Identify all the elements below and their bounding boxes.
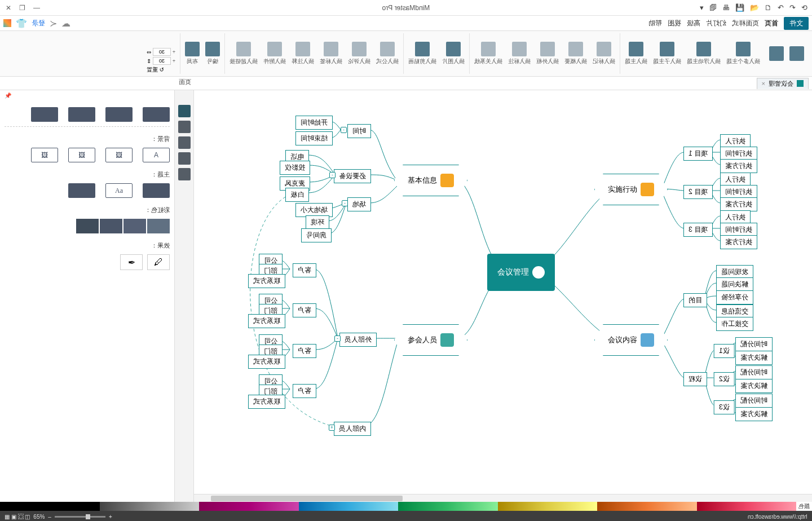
zoom-in[interactable]: + [109,514,112,520]
effect-brush-icon[interactable]: 🖊 [147,254,170,270]
qat-print-icon[interactable]: 🖶 [722,3,730,12]
node-root[interactable]: 会议管理 [487,254,555,291]
node-ext[interactable]: 外部人员 [339,333,377,347]
color-swatch[interactable] [597,502,697,511]
spacing-h-icon[interactable]: ⇔ [147,49,151,55]
leaf[interactable]: 解决方案 [735,407,773,421]
canvas[interactable]: 会议管理 基本信息 参会人员 实施行动 会议内容 时间 开始时间 结束时间 必要… [194,90,812,502]
leaf[interactable]: 开始时间 [295,116,333,130]
color-swatch[interactable] [100,219,122,233]
insert-float-topic[interactable]: 插入浮动主题 [687,42,721,65]
node-int[interactable]: 内部人员 [334,422,371,436]
leaf[interactable]: 环境 [306,215,329,229]
tab-view[interactable]: 视图 [668,19,681,28]
qat-redo-icon[interactable]: ↷ [789,3,796,12]
node-agenda-item[interactable]: 议3 [714,400,735,414]
node-project[interactable]: 项目 3 [683,223,713,237]
tab-advanced[interactable]: 高级 [687,19,700,28]
insert-comment[interactable]: 插入评论 [348,42,370,65]
calendar-tool-icon[interactable] [178,168,191,180]
node-people[interactable]: 参会人员 [394,324,467,356]
scrollbar-thumb[interactable] [211,496,403,501]
login-link[interactable]: 登录 [32,19,45,28]
tab-home[interactable]: 首页 [765,19,778,28]
bg-thumb[interactable]: 🖼 [68,148,95,162]
qat-export-icon[interactable]: 🗐 [709,3,717,12]
color-swatch[interactable] [0,502,100,511]
leaf[interactable]: 联系方式 [248,355,285,369]
node-guest[interactable]: 客户 [293,384,316,398]
color-swatch[interactable] [398,502,498,511]
window-minimize[interactable]: — [33,4,40,12]
theme-thumb[interactable] [68,183,95,198]
node-agenda[interactable]: 议程 [683,372,707,386]
leaf[interactable]: 执行方案 [720,159,757,173]
node-project[interactable]: 项目 1 [683,147,713,161]
collapse-toggle[interactable]: - [342,200,348,206]
bg-thumb[interactable]: A [143,148,170,162]
leaf[interactable]: 执行方案 [720,197,757,211]
node-guest[interactable]: 客户 [293,303,316,317]
node-basic[interactable]: 基本信息 [394,165,467,196]
insert-topic[interactable]: 插入主题 [625,42,647,65]
paste-icon[interactable] [789,46,804,61]
insert-formula[interactable]: 插入公式 [376,42,399,65]
tab-help[interactable]: 帮助 [648,19,662,28]
insert-subtopic[interactable]: 插入子主题 [653,42,681,65]
numbering-button[interactable]: 编号 [205,42,220,65]
color-swatch[interactable] [123,219,146,233]
insert-summary[interactable]: 插入概要 [564,42,587,65]
insert-boundary[interactable]: 插入外框 [536,42,559,65]
node-content[interactable]: 会议内容 [594,324,668,356]
close-tab-icon[interactable]: × [762,80,765,87]
color-swatch[interactable] [147,219,170,233]
spacing-h-input[interactable]: 30 [153,48,171,56]
node-equip[interactable]: 必要设备 [334,169,371,183]
leaf[interactable]: 联系方式 [248,314,285,328]
insert-note[interactable]: 插入注释 [292,42,314,65]
leaf[interactable]: 联系方式 [248,274,285,288]
horizontal-scrollbar[interactable] [194,494,812,502]
insert-hyperlink[interactable]: 插入超链接 [230,42,258,65]
share-icon[interactable]: ≻ [50,18,57,29]
view-icons[interactable]: ▦ ▣ ⿴ ◫ [5,514,30,520]
leaf[interactable]: 解决方案 [735,379,773,393]
shirt-icon[interactable]: 👕 [16,18,27,29]
layout-thumb[interactable] [143,107,170,122]
layout-thumb[interactable] [31,107,58,122]
leaf[interactable]: 解决问题 [716,277,753,292]
reset-button[interactable]: ↻ 重置 [147,66,164,74]
insert-image[interactable]: 插入图片 [442,42,465,65]
leaf[interactable]: 投影仪 [280,161,310,175]
theme-thumb[interactable]: Aa [105,183,133,198]
leaf[interactable]: 交接工作 [716,317,753,331]
format-painter-icon[interactable] [769,46,784,61]
theme-thumb[interactable] [143,183,170,198]
cloud-icon[interactable]: ☁ [61,18,70,29]
collapse-toggle[interactable]: - [341,127,347,133]
zoom-slider[interactable] [55,516,105,518]
color-swatch[interactable] [498,502,598,511]
bg-thumb[interactable]: 🖼 [105,148,133,162]
collapse-toggle[interactable]: - [329,172,336,178]
leaf[interactable]: 时间分配 [735,337,773,351]
spacing-v-input[interactable]: 30 [153,57,171,65]
brush-tool-icon[interactable] [178,105,191,117]
color-swatch[interactable] [299,502,399,511]
node-guest[interactable]: 客户 [293,263,316,277]
spacing-v-icon[interactable]: ⇕ [147,58,151,64]
leaf[interactable]: 解决方案 [735,351,773,365]
leaf[interactable]: 联系方式 [248,395,285,409]
document-tab[interactable]: × 会议管理 [757,78,809,89]
node-project[interactable]: 项目 2 [683,185,713,199]
insert-marker[interactable]: 插入标记 [593,42,615,65]
tab-pagestyle[interactable]: 页面样式 [732,19,759,28]
leaf[interactable]: 时间分配 [735,394,773,408]
collapse-toggle[interactable]: - [334,335,341,342]
node-guest[interactable]: 客户 [293,344,316,358]
node-goals[interactable]: 目的 [683,293,707,307]
effect-pen-icon[interactable]: ✒ [120,254,143,270]
leaf[interactable]: 时间分配 [735,365,773,379]
film-tool-icon[interactable] [178,121,191,133]
insert-relation[interactable]: 插入关系线 [474,42,502,65]
